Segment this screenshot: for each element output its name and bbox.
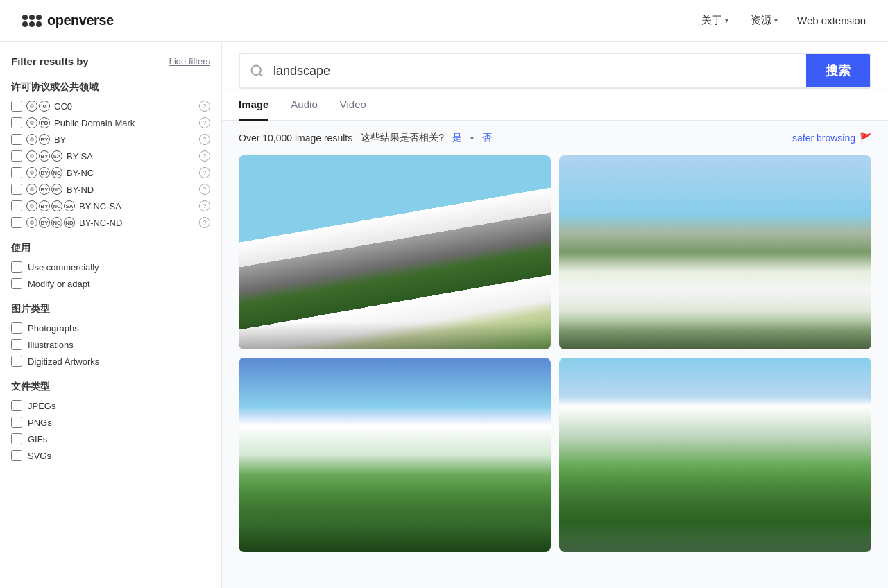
license-by-checkbox[interactable]: [11, 134, 22, 145]
search-button[interactable]: 搜索: [806, 54, 870, 87]
logo[interactable]: openverse: [22, 12, 114, 28]
license-by-sa[interactable]: © BY SA BY-SA ?: [11, 150, 210, 162]
use-commercial-checkbox[interactable]: [11, 261, 22, 273]
relevance-no-button[interactable]: 否: [482, 132, 492, 144]
license-by-nd-label: BY-ND: [67, 184, 195, 195]
image-grid: [239, 155, 871, 552]
digitized-artworks-checkbox[interactable]: [11, 356, 22, 367]
nav-resources[interactable]: 资源 ▾: [748, 8, 780, 33]
license-by-nd-checkbox[interactable]: [11, 184, 22, 195]
info-icon[interactable]: ?: [199, 134, 210, 145]
image-overlay: [239, 322, 551, 349]
illustrations-checkbox[interactable]: [11, 339, 22, 350]
results-count: Over 10,000 image results: [239, 132, 352, 144]
license-pdm[interactable]: © PD Public Domain Mark ?: [11, 117, 210, 128]
safer-browsing-button[interactable]: safer browsing 🚩: [792, 132, 871, 144]
license-by-nc-nd-label: BY-NC-ND: [79, 218, 195, 228]
image-overlay: [559, 524, 871, 552]
nc-icon: NC: [51, 167, 62, 178]
by-icon: BY: [39, 134, 50, 145]
use-commercial[interactable]: Use commercially: [11, 261, 210, 273]
license-by-label: BY: [54, 135, 195, 145]
nc-icon: NC: [51, 200, 62, 211]
nav-web-extension[interactable]: Web extension: [797, 15, 866, 26]
info-icon[interactable]: ?: [199, 167, 210, 178]
info-icon[interactable]: ?: [199, 200, 210, 211]
search-bar: 搜索: [239, 53, 871, 89]
cc-icon: ©: [26, 150, 37, 162]
image-type-photographs[interactable]: Photographs: [11, 322, 210, 334]
license-cc0-label: CC0: [54, 101, 195, 112]
image-type-illustrations[interactable]: Illustrations: [11, 339, 210, 350]
use-modify[interactable]: Modify or adapt: [11, 278, 210, 289]
pngs-checkbox[interactable]: [11, 417, 22, 428]
license-by-nd[interactable]: © BY ND BY-ND ?: [11, 184, 210, 195]
digitized-artworks-label: Digitized Artworks: [28, 356, 99, 367]
search-input[interactable]: [273, 64, 806, 78]
sa-icon: SA: [64, 200, 75, 211]
license-by-nc-sa-icons: © BY NC SA: [26, 200, 75, 211]
file-type-gifs[interactable]: GIFs: [11, 433, 210, 444]
main-nav: 关于 ▾ 资源 ▾ Web extension: [699, 8, 866, 33]
image-card[interactable]: [559, 155, 871, 349]
file-type-svgs[interactable]: SVGs: [11, 450, 210, 461]
info-icon[interactable]: ?: [199, 184, 210, 195]
image-type-digitized-artworks[interactable]: Digitized Artworks: [11, 356, 210, 367]
license-cc0[interactable]: © 0 CC0 ?: [11, 101, 210, 112]
license-pdm-checkbox[interactable]: [11, 117, 22, 128]
sa-icon: SA: [51, 150, 62, 162]
tab-image[interactable]: Image: [239, 90, 268, 121]
image-type-section-title: 图片类型: [11, 303, 210, 315]
jpegs-checkbox[interactable]: [11, 400, 22, 411]
license-by-nc[interactable]: © BY NC BY-NC ?: [11, 167, 210, 178]
license-by-icons: © BY: [26, 134, 50, 145]
file-type-jpegs[interactable]: JPEGs: [11, 400, 210, 411]
license-by-nc-sa-label: BY-NC-SA: [79, 201, 195, 211]
image-card[interactable]: [239, 358, 551, 552]
image-card[interactable]: [559, 358, 871, 552]
use-modify-checkbox[interactable]: [11, 278, 22, 289]
by-icon: BY: [39, 184, 50, 195]
image-card[interactable]: [239, 155, 551, 349]
license-cc0-icons: © 0: [26, 101, 50, 112]
image-overlay: [559, 322, 871, 349]
license-by-nc-nd-checkbox[interactable]: [11, 217, 22, 228]
gifs-checkbox[interactable]: [11, 433, 22, 444]
photographs-label: Photographs: [28, 323, 79, 334]
photographs-checkbox[interactable]: [11, 322, 22, 334]
info-icon[interactable]: ?: [199, 117, 210, 128]
license-by-nc-sa-checkbox[interactable]: [11, 200, 22, 211]
by-icon: BY: [39, 217, 50, 228]
svgs-label: SVGs: [28, 451, 51, 461]
nd-icon: ND: [51, 184, 62, 195]
cc-icon: ©: [26, 217, 37, 228]
nav-about[interactable]: 关于 ▾: [699, 8, 731, 33]
filter-sidebar: Filter results by hide filters 许可协议或公共领域…: [0, 42, 222, 588]
license-by-sa-label: BY-SA: [67, 151, 195, 162]
license-cc0-checkbox[interactable]: [11, 101, 22, 112]
relevance-dot: •: [470, 132, 474, 144]
hide-filters-button[interactable]: hide filters: [169, 56, 210, 67]
info-icon[interactable]: ?: [199, 101, 210, 112]
info-icon[interactable]: ?: [199, 217, 210, 228]
tab-audio[interactable]: Audio: [291, 90, 317, 121]
svgs-checkbox[interactable]: [11, 450, 22, 461]
info-icon[interactable]: ?: [199, 150, 210, 162]
license-by[interactable]: © BY BY ?: [11, 134, 210, 145]
license-by-nc-nd[interactable]: © BY NC ND BY-NC-ND ?: [11, 217, 210, 228]
tab-video[interactable]: Video: [340, 90, 366, 121]
file-type-section-title: 文件类型: [11, 381, 210, 393]
license-by-sa-checkbox[interactable]: [11, 150, 22, 162]
nc-icon: NC: [51, 217, 62, 228]
content-area: 搜索 Image Audio Video Over 10,000 image r…: [222, 42, 888, 588]
relevance-yes-button[interactable]: 是: [452, 132, 462, 144]
license-by-sa-icons: © BY SA: [26, 150, 62, 162]
jpegs-label: JPEGs: [28, 401, 56, 411]
license-by-nc-sa[interactable]: © BY NC SA BY-NC-SA ?: [11, 200, 210, 211]
license-by-nc-checkbox[interactable]: [11, 167, 22, 178]
search-icon: [240, 64, 273, 78]
file-type-pngs[interactable]: PNGs: [11, 417, 210, 428]
pngs-label: PNGs: [28, 417, 52, 428]
cc-icon: ©: [26, 200, 37, 211]
license-by-nc-nd-icons: © BY NC ND: [26, 217, 75, 228]
